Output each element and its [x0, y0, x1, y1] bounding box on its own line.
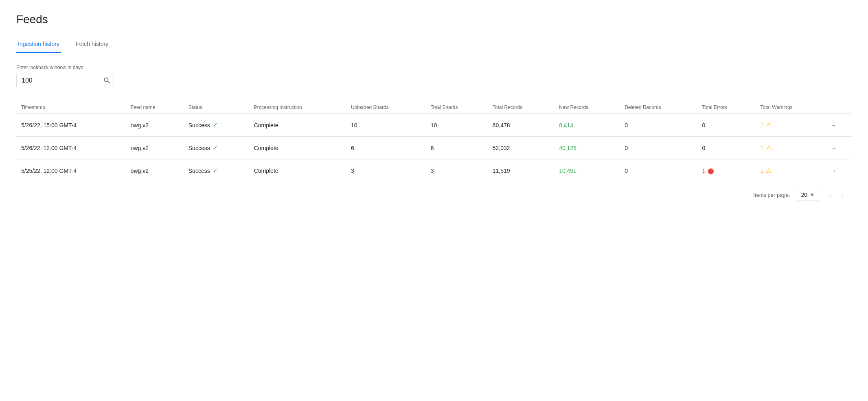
cell-total-shards: 10 — [426, 114, 488, 137]
cell-processing-instruction: Complete — [249, 114, 346, 137]
col-deleted-records: Deleted Records — [620, 101, 697, 114]
cell-new-records: 8,414 — [554, 114, 620, 137]
col-new-records: New Records — [554, 101, 620, 114]
lookback-input-wrap — [16, 73, 114, 88]
cell-timestamp: 5/25/22, 12:00 GMT-4 — [16, 159, 126, 182]
pagination-nav: ‹ › — [826, 189, 847, 201]
table-row: 5/26/22, 12:00 GMT-4owg.v2Success✓Comple… — [16, 137, 852, 159]
table-row: 5/26/22, 15:00 GMT-4owg.v2Success✓Comple… — [16, 114, 852, 137]
row-navigate-arrow-icon[interactable]: → — [831, 122, 836, 129]
cell-total-errors: 0 — [697, 137, 755, 159]
col-status: Status — [184, 101, 249, 114]
cell-total-warnings: 1⚠ — [756, 137, 826, 159]
status-text: Success — [189, 145, 210, 151]
cell-new-records: 10,451 — [554, 159, 620, 182]
cell-feed-name: owg.v2 — [126, 114, 184, 137]
cell-total-records: 52,032 — [488, 137, 554, 159]
lookback-label: Enter lookback window in days — [16, 65, 852, 70]
tab-bar: Ingestion history Fetch history — [16, 36, 852, 53]
col-uploaded-shards: Uploaded Shards — [346, 101, 426, 114]
cell-processing-instruction: Complete — [249, 137, 346, 159]
col-total-errors: Total Errors — [697, 101, 755, 114]
col-processing-instruction: Processing Instruction — [249, 101, 346, 114]
cell-status: Success✓ — [184, 114, 249, 137]
success-check-icon: ✓ — [213, 167, 218, 174]
cell-deleted-records: 0 — [620, 114, 697, 137]
cell-total-records: 11,519 — [488, 159, 554, 182]
cell-total-warnings: 1⚠ — [756, 114, 826, 137]
cell-feed-name: owg.v2 — [126, 159, 184, 182]
cell-uploaded-shards: 3 — [346, 159, 426, 182]
search-button[interactable] — [103, 76, 111, 85]
cell-uploaded-shards: 10 — [346, 114, 426, 137]
warning-icon: ⚠ — [766, 144, 772, 152]
cell-deleted-records: 0 — [620, 159, 697, 182]
lookback-section: Enter lookback window in days — [16, 65, 852, 88]
status-text: Success — [189, 122, 210, 129]
tab-ingestion-history[interactable]: Ingestion history — [16, 36, 61, 53]
table-row: 5/25/22, 12:00 GMT-4owg.v2Success✓Comple… — [16, 159, 852, 182]
page-title: Feeds — [16, 13, 852, 26]
row-navigate-arrow-icon[interactable]: → — [831, 145, 836, 151]
cell-action[interactable]: → — [826, 137, 852, 159]
cell-status: Success✓ — [184, 159, 249, 182]
warning-count: 1 — [761, 168, 764, 174]
dropdown-arrow-icon: ▼ — [810, 192, 815, 198]
error-icon: ⬤ — [708, 168, 714, 174]
items-per-page-select[interactable]: 20 ▼ — [797, 189, 819, 201]
col-total-shards: Total Shards — [426, 101, 488, 114]
col-feed-name: Feed name — [126, 101, 184, 114]
lookback-input[interactable] — [22, 77, 103, 84]
cell-timestamp: 5/26/22, 12:00 GMT-4 — [16, 137, 126, 159]
status-text: Success — [189, 168, 210, 174]
col-total-warnings: Total Warnings — [756, 101, 826, 114]
cell-action[interactable]: → — [826, 159, 852, 182]
success-check-icon: ✓ — [213, 121, 218, 129]
search-icon — [103, 76, 111, 85]
warning-icon: ⚠ — [766, 167, 772, 174]
cell-total-errors: 1⬤ — [697, 159, 755, 182]
cell-action[interactable]: → — [826, 114, 852, 137]
warning-icon: ⚠ — [766, 121, 772, 129]
items-per-page-label: Items per page: — [753, 192, 790, 198]
col-timestamp: Timestamp — [16, 101, 126, 114]
cell-new-records: 40,125 — [554, 137, 620, 159]
col-action — [826, 101, 852, 114]
cell-timestamp: 5/26/22, 15:00 GMT-4 — [16, 114, 126, 137]
cell-status: Success✓ — [184, 137, 249, 159]
pagination-row: Items per page: 20 ▼ ‹ › — [16, 182, 852, 207]
success-check-icon: ✓ — [213, 144, 218, 152]
cell-total-shards: 3 — [426, 159, 488, 182]
row-navigate-arrow-icon[interactable]: → — [831, 168, 836, 174]
cell-total-warnings: 1⚠ — [756, 159, 826, 182]
next-page-button[interactable]: › — [838, 189, 847, 201]
ingestion-history-table: Timestamp Feed name Status Processing In… — [16, 101, 852, 182]
feeds-page: Feeds Ingestion history Fetch history En… — [0, 0, 868, 220]
cell-total-shards: 6 — [426, 137, 488, 159]
error-count: 1 — [702, 168, 705, 174]
col-total-records: Total Records — [488, 101, 554, 114]
cell-total-errors: 0 — [697, 114, 755, 137]
prev-page-button[interactable]: ‹ — [826, 189, 835, 201]
warning-count: 1 — [761, 145, 764, 151]
table-header-row: Timestamp Feed name Status Processing In… — [16, 101, 852, 114]
cell-deleted-records: 0 — [620, 137, 697, 159]
cell-processing-instruction: Complete — [249, 159, 346, 182]
cell-total-records: 60,478 — [488, 114, 554, 137]
tab-fetch-history[interactable]: Fetch history — [74, 36, 110, 53]
cell-uploaded-shards: 6 — [346, 137, 426, 159]
warning-count: 1 — [761, 122, 764, 129]
cell-feed-name: owg.v2 — [126, 137, 184, 159]
items-per-page-value: 20 — [801, 192, 808, 198]
